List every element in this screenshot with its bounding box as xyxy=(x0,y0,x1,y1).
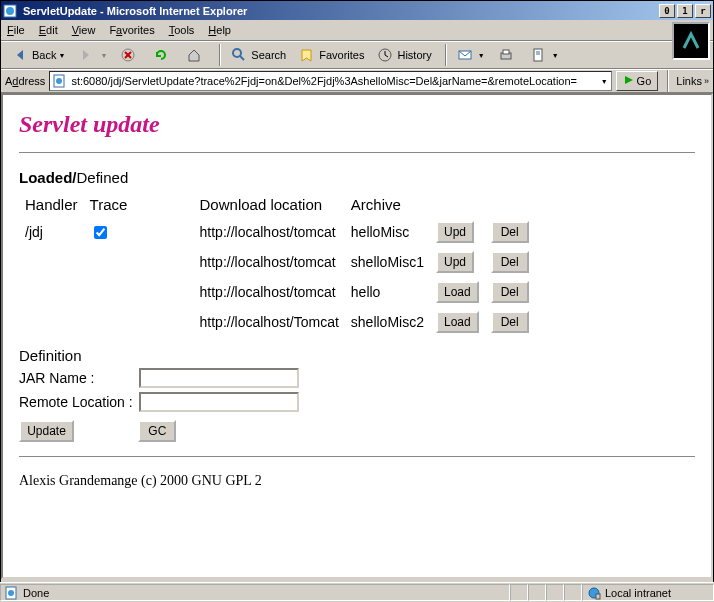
stop-button[interactable] xyxy=(115,44,144,66)
addressbar: Address st:6080/jdj/ServletUpdate?trace%… xyxy=(1,69,713,93)
minimize-button[interactable]: 0 xyxy=(659,4,675,18)
edit-dropdown-icon[interactable]: ▼ xyxy=(552,52,559,59)
status-text: Done xyxy=(23,587,49,599)
back-label: Back xyxy=(32,49,56,61)
menu-tools[interactable]: Tools xyxy=(169,24,195,36)
home-button[interactable] xyxy=(181,44,210,66)
menu-help[interactable]: Help xyxy=(208,24,231,36)
definition-section: Definition JAR Name : Remote Location : … xyxy=(19,347,695,442)
remote-location-input[interactable] xyxy=(139,392,299,412)
col-archive: Archive xyxy=(345,192,430,217)
loaded-defined-heading: Loaded/Defined xyxy=(19,169,695,186)
page-title: Servlet update xyxy=(19,111,695,138)
handler-table: Handler Trace Download location Archive … xyxy=(19,192,535,337)
cell-trace xyxy=(84,217,194,247)
refresh-button[interactable] xyxy=(148,44,177,66)
cell-archive: shelloMisc1 xyxy=(345,247,430,277)
refresh-icon xyxy=(152,46,170,64)
divider-2 xyxy=(19,456,695,457)
status-message-cell: Done xyxy=(0,584,510,601)
divider xyxy=(19,152,695,153)
history-label: History xyxy=(397,49,431,61)
table-row: http://localhost/tomcat hello Load Del xyxy=(19,277,535,307)
col-handler: Handler xyxy=(19,192,84,217)
ie-throbber-logo xyxy=(672,22,710,60)
trace-checkbox[interactable] xyxy=(94,226,107,239)
favorites-icon xyxy=(298,46,316,64)
page-icon xyxy=(53,74,67,88)
update-button[interactable]: Update xyxy=(19,420,74,442)
del-button[interactable]: Del xyxy=(491,251,529,273)
del-button[interactable]: Del xyxy=(491,311,529,333)
history-icon xyxy=(376,46,394,64)
cell-download: http://localhost/tomcat xyxy=(194,217,345,247)
go-button[interactable]: Go xyxy=(616,71,659,91)
remote-location-row: Remote Location : xyxy=(19,392,695,412)
url-text: st:6080/jdj/ServletUpdate?trace%2Fjdj=on… xyxy=(71,75,577,87)
cell-download: http://localhost/tomcat xyxy=(194,247,345,277)
load-button[interactable]: Load xyxy=(436,311,479,333)
ie-page-icon xyxy=(3,4,19,18)
definition-heading: Definition xyxy=(19,347,695,364)
status-slot-4 xyxy=(564,584,582,601)
mail-icon xyxy=(456,46,474,64)
gc-button[interactable]: GC xyxy=(138,420,176,442)
favorites-button[interactable]: Favorites xyxy=(294,44,368,66)
svg-point-1 xyxy=(6,7,14,15)
loaded-text: Loaded/ xyxy=(19,169,77,186)
toolbar-divider xyxy=(219,44,221,66)
toolbar: Back ▼ ▼ Search Favorites History ▼ ▼ xyxy=(1,41,713,69)
content-area: Servlet update Loaded/Defined Handler Tr… xyxy=(1,93,713,579)
statusbar: Done Local intranet xyxy=(0,582,714,602)
intranet-zone-icon xyxy=(587,586,601,600)
load-button[interactable]: Load xyxy=(436,281,479,303)
del-button[interactable]: Del xyxy=(491,281,529,303)
url-dropdown-icon[interactable]: ▼ xyxy=(601,78,608,85)
jar-name-input[interactable] xyxy=(139,368,299,388)
maximize-button[interactable]: 1 xyxy=(677,4,693,18)
address-label: Address xyxy=(5,75,45,87)
forward-arrow-icon xyxy=(77,46,95,64)
edit-button[interactable]: ▼ xyxy=(526,44,563,66)
addressbar-divider xyxy=(667,70,669,92)
svg-rect-22 xyxy=(596,594,600,599)
forward-button[interactable]: ▼ xyxy=(73,44,111,66)
toolbar-divider-2 xyxy=(445,44,447,66)
search-label: Search xyxy=(251,49,286,61)
close-button[interactable]: r xyxy=(695,4,711,18)
definition-buttons: Update GC xyxy=(19,420,695,442)
search-button[interactable]: Search xyxy=(226,44,290,66)
done-page-icon xyxy=(5,586,19,600)
del-button[interactable]: Del xyxy=(491,221,529,243)
menu-favorites[interactable]: Favorites xyxy=(109,24,154,36)
upd-button[interactable]: Upd xyxy=(436,221,474,243)
window-titlebar: ServletUpdate - Microsoft Internet Explo… xyxy=(1,1,713,20)
upd-button[interactable]: Upd xyxy=(436,251,474,273)
go-icon xyxy=(623,74,637,88)
links-label[interactable]: Links xyxy=(676,75,702,87)
go-label: Go xyxy=(637,75,652,87)
window-title: ServletUpdate - Microsoft Internet Explo… xyxy=(23,5,657,17)
forward-dropdown-icon[interactable]: ▼ xyxy=(100,52,107,59)
cell-archive: hello xyxy=(345,277,430,307)
col-trace: Trace xyxy=(84,192,194,217)
cell-download: http://localhost/Tomcat xyxy=(194,307,345,337)
status-slot-1 xyxy=(510,584,528,601)
back-button[interactable]: Back ▼ xyxy=(7,44,69,66)
menubar: File Edit View Favorites Tools Help xyxy=(1,20,713,41)
menu-view[interactable]: View xyxy=(72,24,96,36)
menu-file[interactable]: File xyxy=(7,24,25,36)
mail-button[interactable]: ▼ xyxy=(452,44,489,66)
links-chevron-icon[interactable]: » xyxy=(704,76,709,86)
jar-name-label: JAR Name : xyxy=(19,370,139,386)
mail-dropdown-icon[interactable]: ▼ xyxy=(478,52,485,59)
url-input[interactable]: st:6080/jdj/ServletUpdate?trace%2Fjdj=on… xyxy=(49,71,611,91)
print-button[interactable] xyxy=(493,44,522,66)
status-slot-3 xyxy=(546,584,564,601)
back-dropdown-icon[interactable]: ▼ xyxy=(58,52,65,59)
history-button[interactable]: History xyxy=(372,44,435,66)
menu-edit[interactable]: Edit xyxy=(39,24,58,36)
status-zone-cell: Local intranet xyxy=(582,584,714,601)
footer-text: Alexis Grandemange (c) 2000 GNU GPL 2 xyxy=(19,473,695,489)
status-slot-2 xyxy=(528,584,546,601)
